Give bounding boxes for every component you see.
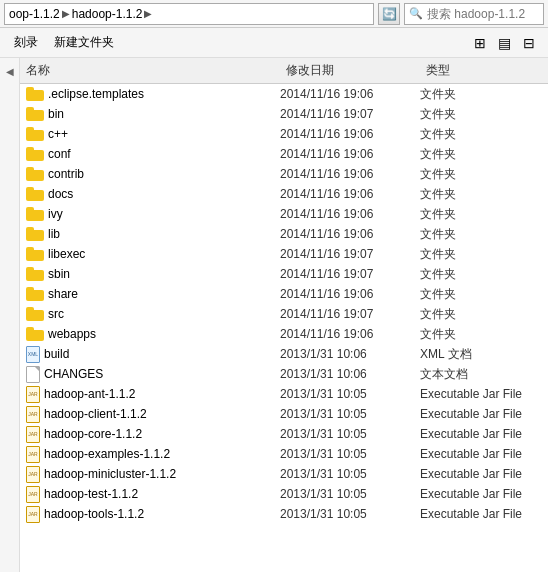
folder-icon <box>26 187 44 201</box>
file-name-cell: JAR hadoop-minicluster-1.1.2 <box>20 466 280 483</box>
table-row[interactable]: webapps 2014/11/16 19:06 文件夹 <box>20 324 548 344</box>
table-row[interactable]: sbin 2014/11/16 19:07 文件夹 <box>20 264 548 284</box>
file-name-cell: conf <box>20 147 280 161</box>
table-row[interactable]: conf 2014/11/16 19:06 文件夹 <box>20 144 548 164</box>
col-header-name[interactable]: 名称 <box>20 60 280 81</box>
file-name: src <box>48 307 64 321</box>
sidebar: ◀ <box>0 58 20 572</box>
breadcrumb[interactable]: oop-1.1.2 ▶ hadoop-1.1.2 ▶ <box>4 3 374 25</box>
jar-icon: JAR <box>26 466 40 483</box>
refresh-button[interactable]: 🔄 <box>378 3 400 25</box>
table-row[interactable]: c++ 2014/11/16 19:06 文件夹 <box>20 124 548 144</box>
file-name-cell: ivy <box>20 207 280 221</box>
folder-icon <box>26 287 44 301</box>
file-name: share <box>48 287 78 301</box>
search-box[interactable]: 🔍 <box>404 3 544 25</box>
file-date-cell: 2014/11/16 19:07 <box>280 107 420 121</box>
file-type-cell: 文件夹 <box>420 306 548 323</box>
table-row[interactable]: CHANGES 2013/1/31 10:06 文本文档 <box>20 364 548 384</box>
file-name: build <box>44 347 69 361</box>
file-name: .eclipse.templates <box>48 87 144 101</box>
file-date-cell: 2014/11/16 19:06 <box>280 287 420 301</box>
table-row[interactable]: JAR hadoop-examples-1.1.2 2013/1/31 10:0… <box>20 444 548 464</box>
file-name-cell: JAR hadoop-client-1.1.2 <box>20 406 280 423</box>
file-name: ivy <box>48 207 63 221</box>
table-row[interactable]: JAR hadoop-minicluster-1.1.2 2013/1/31 1… <box>20 464 548 484</box>
file-date-cell: 2014/11/16 19:06 <box>280 187 420 201</box>
file-date-cell: 2013/1/31 10:05 <box>280 407 420 421</box>
search-input[interactable] <box>427 7 539 21</box>
folder-icon <box>26 167 44 181</box>
table-row[interactable]: JAR hadoop-test-1.1.2 2013/1/31 10:05 Ex… <box>20 484 548 504</box>
file-name: lib <box>48 227 60 241</box>
file-name-cell: bin <box>20 107 280 121</box>
file-type-cell: Executable Jar File <box>420 387 548 401</box>
file-name-cell: docs <box>20 187 280 201</box>
file-date-cell: 2013/1/31 10:06 <box>280 367 420 381</box>
file-type-cell: 文件夹 <box>420 226 548 243</box>
file-date-cell: 2013/1/31 10:05 <box>280 507 420 521</box>
file-type-cell: 文件夹 <box>420 266 548 283</box>
file-date-cell: 2014/11/16 19:06 <box>280 207 420 221</box>
folder-icon <box>26 87 44 101</box>
table-row[interactable]: contrib 2014/11/16 19:06 文件夹 <box>20 164 548 184</box>
table-row[interactable]: ivy 2014/11/16 19:06 文件夹 <box>20 204 548 224</box>
col-header-date[interactable]: 修改日期 <box>280 60 420 81</box>
file-date-cell: 2014/11/16 19:06 <box>280 167 420 181</box>
file-name-cell: lib <box>20 227 280 241</box>
file-date-cell: 2013/1/31 10:05 <box>280 487 420 501</box>
file-name-cell: JAR hadoop-examples-1.1.2 <box>20 446 280 463</box>
table-row[interactable]: share 2014/11/16 19:06 文件夹 <box>20 284 548 304</box>
jar-icon: JAR <box>26 426 40 443</box>
table-row[interactable]: libexec 2014/11/16 19:07 文件夹 <box>20 244 548 264</box>
table-row[interactable]: JAR hadoop-ant-1.1.2 2013/1/31 10:05 Exe… <box>20 384 548 404</box>
folder-icon <box>26 247 44 261</box>
file-name: hadoop-core-1.1.2 <box>44 427 142 441</box>
table-row[interactable]: XML build 2013/1/31 10:06 XML 文档 <box>20 344 548 364</box>
folder-icon <box>26 307 44 321</box>
table-row[interactable]: src 2014/11/16 19:07 文件夹 <box>20 304 548 324</box>
file-list-area[interactable]: 名称 修改日期 类型 .eclipse.templates 2014/11/16… <box>20 58 548 572</box>
file-name: sbin <box>48 267 70 281</box>
col-header-type[interactable]: 类型 <box>420 60 548 81</box>
file-type-cell: Executable Jar File <box>420 467 548 481</box>
view-mode-button[interactable]: ⊞ <box>469 33 491 53</box>
table-row[interactable]: docs 2014/11/16 19:06 文件夹 <box>20 184 548 204</box>
column-headers: 名称 修改日期 类型 <box>20 58 548 84</box>
file-date-cell: 2014/11/16 19:06 <box>280 87 420 101</box>
sidebar-collapse-arrow[interactable]: ◀ <box>6 66 14 77</box>
xml-icon: XML <box>26 346 40 363</box>
file-date-cell: 2013/1/31 10:05 <box>280 467 420 481</box>
file-name-cell: JAR hadoop-tools-1.1.2 <box>20 506 280 523</box>
table-row[interactable]: JAR hadoop-tools-1.1.2 2013/1/31 10:05 E… <box>20 504 548 524</box>
file-name-cell: contrib <box>20 167 280 181</box>
address-bar: oop-1.1.2 ▶ hadoop-1.1.2 ▶ 🔄 🔍 <box>0 0 548 28</box>
file-name: hadoop-tools-1.1.2 <box>44 507 144 521</box>
file-type-cell: 文件夹 <box>420 326 548 343</box>
file-name: bin <box>48 107 64 121</box>
table-row[interactable]: JAR hadoop-core-1.1.2 2013/1/31 10:05 Ex… <box>20 424 548 444</box>
file-name-cell: XML build <box>20 346 280 363</box>
folder-icon <box>26 327 44 341</box>
view-extra-button[interactable]: ⊟ <box>518 33 540 53</box>
file-date-cell: 2014/11/16 19:07 <box>280 247 420 261</box>
table-row[interactable]: JAR hadoop-client-1.1.2 2013/1/31 10:05 … <box>20 404 548 424</box>
table-row[interactable]: .eclipse.templates 2014/11/16 19:06 文件夹 <box>20 84 548 104</box>
main-content: ◀ 名称 修改日期 类型 .eclipse.templates 2014/11/… <box>0 58 548 572</box>
jar-icon: JAR <box>26 386 40 403</box>
file-name: contrib <box>48 167 84 181</box>
file-type-cell: Executable Jar File <box>420 507 548 521</box>
file-icon <box>26 366 40 383</box>
jar-icon: JAR <box>26 446 40 463</box>
toolbar: 刻录 新建文件夹 ⊞ ▤ ⊟ <box>0 28 548 58</box>
file-type-cell: 文件夹 <box>420 286 548 303</box>
new-folder-button[interactable]: 新建文件夹 <box>48 32 120 53</box>
view-details-button[interactable]: ▤ <box>493 33 516 53</box>
file-name-cell: sbin <box>20 267 280 281</box>
file-date-cell: 2014/11/16 19:07 <box>280 307 420 321</box>
table-row[interactable]: lib 2014/11/16 19:06 文件夹 <box>20 224 548 244</box>
breadcrumb-part1: oop-1.1.2 <box>9 7 60 21</box>
burn-button[interactable]: 刻录 <box>8 32 44 53</box>
table-row[interactable]: bin 2014/11/16 19:07 文件夹 <box>20 104 548 124</box>
breadcrumb-arrow2: ▶ <box>144 8 152 19</box>
